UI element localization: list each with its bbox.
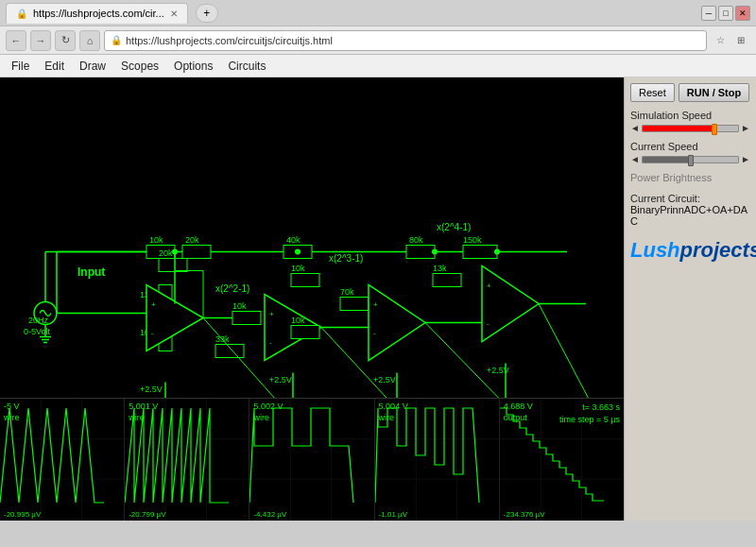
svg-rect-34 [232,312,261,325]
back-button[interactable]: ← [6,30,26,51]
svg-rect-18 [406,246,435,259]
right-panel: Reset RUN / Stop Simulation Speed ◄ ► Cu… [624,77,756,521]
svg-text:+2.5V: +2.5V [373,375,396,385]
menu-draw[interactable]: Draw [72,58,113,75]
tab-title: https://lushprojects.com/cir... [33,8,164,19]
svg-point-90 [432,249,438,255]
browser-chrome: 🔒 https://lushprojects.com/cir... ✕ + ─ … [0,0,756,77]
menu-edit[interactable]: Edit [37,58,72,75]
cur-speed-left-arrow[interactable]: ◄ [630,154,640,164]
scope-3-type: wire [253,413,269,422]
lush-logo: Lushprojects [630,238,750,263]
svg-point-89 [295,249,301,255]
minimize-button[interactable]: ─ [701,6,716,21]
menu-options[interactable]: Options [166,58,220,75]
svg-text:80k: 80k [409,235,423,245]
current-speed-label: Current Speed [630,141,750,152]
scope-1-label: -5 V wire [4,402,20,423]
svg-rect-14 [182,246,211,259]
svg-rect-44 [291,274,319,287]
scope-panel-5: 4.688 V output t= 3.663 s time step = 5 … [500,399,624,521]
button-row: Reset RUN / Stop [630,83,750,102]
scope-4-bottom: -1.01 µV [379,510,407,519]
svg-text:+2.5V: +2.5V [269,375,292,385]
svg-text:20k: 20k [159,248,173,258]
menu-file[interactable]: File [4,58,37,75]
tab-close-button[interactable]: ✕ [170,9,178,19]
svg-text:-: - [373,329,376,337]
svg-text:+: + [487,282,491,290]
svg-text:150k: 150k [463,235,482,245]
scope-area: -5 V wire -20.995 µV 5.001 [0,398,624,521]
reload-button[interactable]: ↻ [55,30,76,51]
svg-text:70k: 70k [340,287,354,297]
svg-text:0-5Volt: 0-5Volt [24,327,51,336]
scope-4-type: wire [379,413,395,422]
scope-1-voltage: -5 V [4,402,20,411]
scope-5-voltage: 4.688 V [504,402,533,411]
svg-text:10k: 10k [232,301,247,311]
svg-text:x(2^2-1): x(2^2-1) [215,283,249,294]
scope-3-bottom: -4.432 µV [253,510,286,519]
time-step: time step = 5 µs [559,415,620,424]
current-circuit-section: Current Circuit: BinaryPrinnADC+OA+DAC [630,193,750,227]
time-info: t= 3.663 s time step = 5 µs [559,402,620,425]
lock-icon: 🔒 [111,35,122,45]
cur-speed-right-arrow[interactable]: ► [741,154,750,164]
svg-text:13k: 13k [433,264,447,273]
new-tab-button[interactable]: + [196,4,218,23]
svg-text:10k: 10k [149,235,163,245]
logo-text: Lushprojects [630,238,756,262]
svg-text:10k: 10k [291,316,305,325]
sim-speed-right-arrow[interactable]: ► [741,123,750,133]
address-text: https://lushprojects.com/circuitjs/circu… [126,35,333,46]
scope-2-voltage: 5.001 V [129,402,158,411]
menu-bar: File Edit Draw Scopes Options Circuits [0,55,756,77]
simulation-speed-section: Simulation Speed ◄ ► [630,110,750,133]
time-value: t= 3.663 s [582,402,620,412]
simulation-speed-track: ◄ ► [630,123,750,133]
svg-text:33k: 33k [215,334,230,344]
scope-3-voltage: 5.002 V [253,402,283,411]
scope-5-bottom: -234.376 µV [504,510,545,519]
svg-text:20Hz: 20Hz [28,316,49,325]
svg-text:+: + [151,300,156,309]
maximize-button[interactable]: □ [718,6,733,21]
address-field[interactable]: 🔒 https://lushprojects.com/circuitjs/cir… [104,30,707,51]
svg-rect-30 [159,259,187,272]
menu-circuits[interactable]: Circuits [220,58,273,75]
svg-text:+2.5V: +2.5V [140,385,163,394]
simulation-speed-bar[interactable] [642,125,739,132]
scope-1-type: wire [4,413,20,422]
scope-panel-4: 5.004 V wire -1.01 µV [375,399,500,521]
scope-2-label: 5.001 V wire [129,402,158,423]
circuit-canvas[interactable]: Input 20Hz 0-5Volt 10k 20k [0,77,624,521]
scope-5-label: 4.688 V output [504,402,533,423]
svg-rect-46 [291,326,319,339]
close-button[interactable]: ✕ [735,6,750,21]
run-stop-button[interactable]: RUN / Stop [679,83,749,102]
svg-text:Input: Input [77,265,105,279]
sim-speed-left-arrow[interactable]: ◄ [630,123,640,133]
current-speed-bar[interactable] [642,156,739,163]
forward-button[interactable]: → [30,30,51,51]
bookmark-button[interactable]: ☆ [711,31,730,50]
menu-scopes[interactable]: Scopes [113,58,166,75]
address-actions: ☆ ⊞ [711,31,750,50]
svg-text:+: + [269,310,274,318]
svg-rect-20 [463,246,497,259]
scope-2-bottom: -20.799 µV [129,510,165,519]
title-bar: 🔒 https://lushprojects.com/cir... ✕ + ─ … [0,0,756,26]
reset-button[interactable]: Reset [630,83,675,102]
svg-text:x(2^4-1): x(2^4-1) [437,222,471,232]
home-button[interactable]: ⌂ [79,30,100,51]
simulation-speed-label: Simulation Speed [630,110,750,121]
app-container: Input 20Hz 0-5Volt 10k 20k [0,77,756,521]
svg-text:40k: 40k [286,235,301,245]
extensions-button[interactable]: ⊞ [731,31,750,50]
current-speed-section: Current Speed ◄ ► [630,141,750,164]
svg-text:10k: 10k [291,264,305,273]
svg-rect-48 [340,298,369,311]
scope-panel-1: -5 V wire -20.995 µV [0,399,125,521]
browser-tab[interactable]: 🔒 https://lushprojects.com/cir... ✕ [6,3,188,24]
